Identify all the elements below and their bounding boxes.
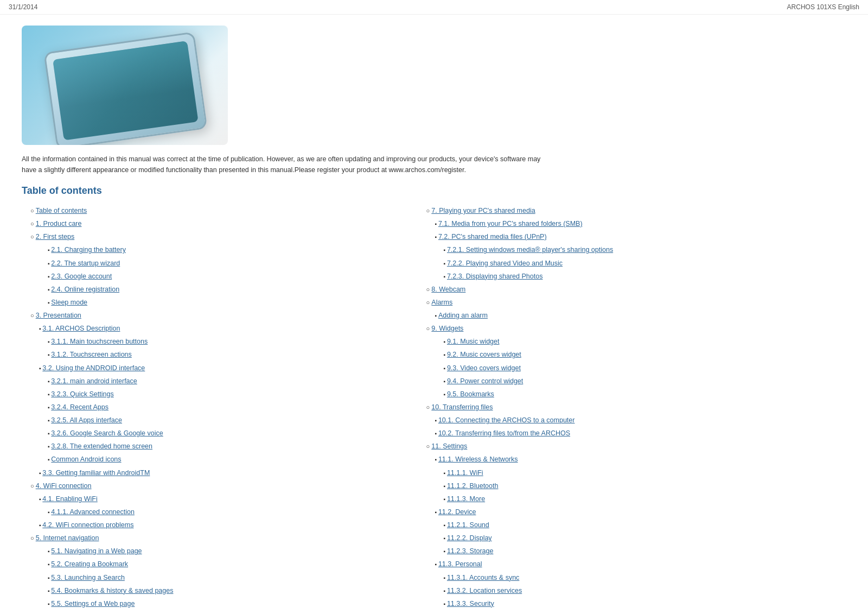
toc-link[interactable]: Table of contents [36,207,87,214]
toc-link[interactable]: 11.1.3. More [447,495,485,503]
toc-link[interactable]: 3.3. Getting familiar with AndroidTM [42,469,150,477]
list-item: 11.3.3. Security [444,597,846,610]
toc-link[interactable]: Adding an alarm [438,312,488,319]
toc-link[interactable]: 2.2. The startup wizard [51,259,120,267]
toc-link[interactable]: 9.2. Music covers widget [447,351,521,358]
toc-link[interactable]: 3.2.4. Recent Apps [51,403,108,411]
tablet-screen [53,41,198,140]
toc-link[interactable]: 3.2. Using the ANDROID interface [42,364,145,372]
toc-link[interactable]: 1. Product care [36,220,82,227]
list-item: 4.1. Enabling WiFi [39,492,407,505]
toc-link[interactable]: 11.3.2. Location services [447,587,522,594]
toc-link[interactable]: 11.2. Device [438,508,476,516]
toc-link[interactable]: 5.3. Launching a Search [51,574,125,581]
list-item: 9.3. Video covers widget [444,362,846,375]
toc-link[interactable]: 7.2. PC's shared media files (UPnP) [438,233,547,240]
list-item: 3. Presentation [30,309,407,322]
toc-link[interactable]: 5.4. Bookmarks & history & saved pages [51,587,173,594]
list-item: 11.2.3. Storage [444,545,846,558]
list-item: 11.3.1. Accounts & sync [444,571,846,584]
list-item: 11.1.3. More [444,492,846,505]
toc-link[interactable]: 11.2.3. Storage [447,547,493,555]
toc-list-right: 7. Playing your PC's shared media7.1. Me… [418,204,846,614]
toc-link[interactable]: 3.2.1. main android interface [51,377,137,385]
toc-link[interactable]: 11.3. Personal [438,560,482,568]
list-item: 11.2.1. Sound [444,518,846,531]
toc-link[interactable]: 9.5. Bookmarks [447,390,494,398]
list-item: 10.1. Connecting the ARCHOS to a compute… [435,414,846,427]
toc-link[interactable]: 3.2.5. All Apps interface [51,416,122,424]
list-item: 11.3. Personal [435,558,846,571]
toc-link[interactable]: 11.1.2. Bluetooth [447,482,499,490]
toc-link[interactable]: 3. Presentation [36,312,81,319]
toc-link[interactable]: 11.1.1. WiFi [447,469,483,477]
toc-link[interactable]: 4.1. Enabling WiFi [42,495,97,503]
toc-link[interactable]: 7.2.3. Displaying shared Photos [447,273,543,280]
toc-link[interactable]: 7.2.1. Setting windows media® player's s… [447,246,613,254]
toc-link[interactable]: 5. Internet navigation [36,534,99,542]
toc-link[interactable]: Common Android icons [51,455,121,463]
toc-link[interactable]: 3.1. ARCHOS Description [42,325,120,332]
toc-link[interactable]: 3.2.3. Quick Settings [51,390,113,398]
toc-link[interactable]: 10. Transferring files [431,403,493,411]
toc-link[interactable]: 8. Webcam [431,286,465,293]
toc-link[interactable]: 10.2. Transferring files to/from the ARC… [438,429,570,437]
toc-link[interactable]: 4.2. WiFi connection problems [42,521,133,529]
toc-link[interactable]: 9.4. Power control widget [447,377,523,385]
list-item: 11.1.2. Bluetooth [444,479,846,492]
list-item: 7.2.3. Displaying shared Photos [444,270,846,283]
list-item: 11.1. Wireless & Networks [435,453,846,466]
hero-image [22,26,228,145]
toc-link[interactable]: 2.1. Charging the battery [51,246,126,254]
toc-link[interactable]: 4. WiFi connection [36,482,92,490]
toc-link[interactable]: 3.2.6. Google Search & Google voice [51,429,163,437]
list-item: 9.1. Music widget [444,335,846,348]
list-item: 4.2. WiFi connection problems [39,518,407,531]
list-item: 9.2. Music covers widget [444,348,846,361]
toc-link[interactable]: 7.1. Media from your PC's shared folders… [438,220,583,227]
toc-link[interactable]: 9.1. Music widget [447,338,500,345]
toc-heading: Table of contents [22,185,846,197]
toc-container: Table of contents1. Product care2. First… [22,204,846,614]
toc-left: Table of contents1. Product care2. First… [22,204,418,614]
toc-link[interactable]: 11.2.2. Display [447,534,492,542]
toc-link[interactable]: 3.2.8. The extended home screen [51,442,152,450]
toc-link[interactable]: 11.1. Wireless & Networks [438,455,518,463]
toc-link[interactable]: 11.2.1. Sound [447,521,489,529]
toc-link[interactable]: 2.4. Online registration [51,286,119,293]
tablet-illustration [43,31,207,145]
toc-link[interactable]: 3.1.2. Touchscreen actions [51,351,131,358]
toc-link[interactable]: 9.3. Video covers widget [447,364,521,372]
list-item: 11.3.2. Location services [444,584,846,597]
toc-link[interactable]: 5.2. Creating a Bookmark [51,560,128,568]
toc-link[interactable]: Alarms [431,299,452,306]
toc-link[interactable]: 11.3.3. Security [447,600,494,607]
toc-link[interactable]: 11. Settings [431,442,467,450]
toc-link[interactable]: 7. Playing your PC's shared media [431,207,535,214]
toc-link[interactable]: 5.1. Navigating in a Web page [51,547,142,555]
list-item: 9.5. Bookmarks [444,388,846,401]
list-item: 4. WiFi connection [30,479,407,492]
list-item: 3.2. Using the ANDROID interface [39,362,407,375]
toc-link[interactable]: 3.1.1. Main touchscreen buttons [51,338,148,345]
toc-link[interactable]: Sleep mode [51,299,87,306]
list-item: 6. Archos Applications [30,610,407,614]
toc-link[interactable]: 2.3. Google account [51,273,112,280]
toc-link[interactable]: 10.1. Connecting the ARCHOS to a compute… [438,416,575,424]
toc-link[interactable]: 5.5. Settings of a Web page [51,600,135,607]
list-item: 8. Webcam [426,283,846,296]
intro-text: All the information contained in this ma… [22,154,542,175]
toc-link[interactable]: 9. Widgets [431,325,463,332]
list-item: 5.4. Bookmarks & history & saved pages [48,584,407,597]
toc-link[interactable]: 2. First steps [36,233,75,240]
top-bar: 31/1/2014 ARCHOS 101XS English [0,0,868,15]
list-item: 9.4. Power control widget [444,375,846,388]
list-item: 7.2. PC's shared media files (UPnP) [435,230,846,243]
list-item: 11.3.4. Language & input [444,610,846,614]
toc-link[interactable]: 11.3.1. Accounts & sync [447,574,519,581]
toc-link[interactable]: 7.2.2. Playing shared Video and Music [447,259,563,267]
list-item: Common Android icons [48,453,407,466]
list-item: 11. Settings [426,440,846,453]
toc-link[interactable]: 4.1.1. Advanced connection [51,508,135,516]
list-item: Alarms [426,296,846,309]
